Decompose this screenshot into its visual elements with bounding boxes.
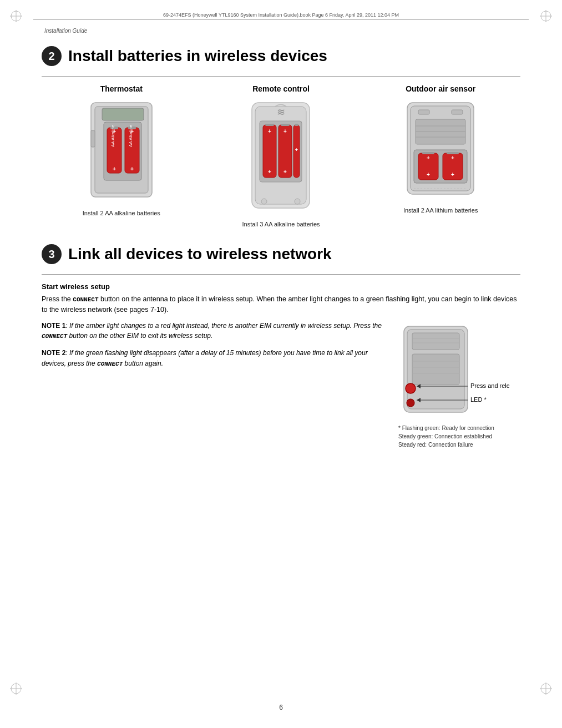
footnote-line-2: Steady green: Connection established xyxy=(398,432,520,441)
sensor-caption: Install 2 AA lithium batteries xyxy=(403,207,478,214)
svg-text:+: + xyxy=(113,165,116,172)
section-2-title: Install batteries in wireless devices xyxy=(68,47,327,65)
thermostat-label: Thermostat xyxy=(100,84,143,93)
note-2: NOTE 2: If the green flashing light disa… xyxy=(42,348,387,369)
svg-rect-48 xyxy=(416,119,465,144)
remote-label: Remote control xyxy=(252,84,310,93)
svg-text:+: + xyxy=(427,155,430,161)
main-content: 2 Install batteries in wireless devices … xyxy=(42,42,520,684)
svg-rect-58 xyxy=(447,152,459,154)
svg-text:+: + xyxy=(113,128,116,134)
page-number: 6 xyxy=(279,704,283,711)
svg-rect-67 xyxy=(412,354,459,385)
corner-mark-tr xyxy=(540,10,552,22)
section-2: 2 Install batteries in wireless devices … xyxy=(42,46,520,228)
svg-point-42 xyxy=(261,199,267,204)
svg-text:+: + xyxy=(451,171,454,178)
svg-rect-54 xyxy=(422,152,434,154)
image-col: Press and release LED * * Flashing green… xyxy=(398,321,520,449)
section-3-header: 3 Link all devices to wireless network xyxy=(42,244,520,264)
thermostat-caption: Install 2 AA alkaline batteries xyxy=(83,210,160,216)
footnote-line-3: Steady red: Connection failure xyxy=(398,441,520,449)
section-3-rule xyxy=(42,274,520,275)
corner-mark-tl xyxy=(10,10,22,22)
svg-point-72 xyxy=(407,399,414,407)
svg-rect-36 xyxy=(281,124,290,126)
sensor-image: + + + + xyxy=(402,100,479,199)
sensor-label: Outdoor air sensor xyxy=(406,84,475,93)
svg-point-43 xyxy=(295,199,300,204)
svg-text:≋: ≋ xyxy=(277,107,285,118)
svg-text:LED *: LED * xyxy=(470,396,487,403)
section-2-rule xyxy=(42,76,520,77)
remote-caption: Install 3 AA alkaline batteries xyxy=(242,221,320,228)
svg-rect-40 xyxy=(295,124,298,126)
svg-rect-46 xyxy=(418,110,429,114)
section-2-number: 2 xyxy=(42,46,62,66)
svg-rect-26 xyxy=(102,108,144,120)
section-3-number: 3 xyxy=(42,244,62,264)
body-text: Press the CONNECT button on the antenna … xyxy=(42,294,520,315)
section-3-title: Link all devices to wireless network xyxy=(68,245,332,263)
connect-word-3: CONNECT xyxy=(97,361,123,367)
section-3: 3 Link all devices to wireless network S… xyxy=(42,244,520,449)
thermostat-col: Thermostat AA Alkaline xyxy=(66,84,177,216)
footnote-line-1: * Flashing green: Ready for connection xyxy=(398,424,520,432)
svg-text:+: + xyxy=(284,128,287,134)
subsection-title: Start wireless setup xyxy=(42,282,520,291)
svg-text:+: + xyxy=(130,128,134,134)
svg-text:+: + xyxy=(427,171,430,178)
svg-text:Press and release: Press and release xyxy=(470,382,509,389)
section-2-header: 2 Install batteries in wireless devices xyxy=(42,46,520,66)
corner-mark-bl xyxy=(10,683,22,695)
top-meta-bar: 69-2474EFS (Honeywell YTL9160 System Ins… xyxy=(33,12,529,20)
connect-word-2: CONNECT xyxy=(42,333,67,340)
note-1: NOTE 1: If the amber light changes to a … xyxy=(42,321,387,342)
svg-text:+: + xyxy=(130,165,134,172)
eim-diagram: Press and release LED * xyxy=(398,321,509,419)
note-col: NOTE 1: If the amber light changes to a … xyxy=(42,321,387,376)
svg-point-71 xyxy=(406,383,416,393)
note-2-label: NOTE 2 xyxy=(42,349,65,357)
svg-text:+: + xyxy=(269,169,272,175)
device-row: Thermostat AA Alkaline xyxy=(42,84,520,228)
svg-rect-64 xyxy=(412,333,459,350)
two-col-layout: NOTE 1: If the amber light changes to a … xyxy=(42,321,520,449)
page-label: Installation Guide xyxy=(44,28,87,34)
remote-col: Remote control ≋ xyxy=(225,84,336,228)
note-1-label: NOTE 1 xyxy=(42,322,65,330)
svg-text:+: + xyxy=(295,147,298,153)
sensor-col: Outdoor air sensor xyxy=(385,84,496,214)
svg-rect-14 xyxy=(91,130,95,147)
svg-rect-32 xyxy=(265,124,274,126)
remote-image: ≋ + + + + xyxy=(247,100,314,213)
svg-text:+: + xyxy=(269,128,272,134)
svg-text:+: + xyxy=(284,169,287,175)
corner-mark-br xyxy=(540,683,552,695)
thermostat-image: AA Alkaline + + AA Alkaline + + xyxy=(83,100,160,201)
led-footnote: * Flashing green: Ready for connection S… xyxy=(398,424,520,449)
connect-word-1: CONNECT xyxy=(73,296,98,303)
svg-rect-47 xyxy=(452,110,463,114)
svg-text:+: + xyxy=(451,155,454,161)
